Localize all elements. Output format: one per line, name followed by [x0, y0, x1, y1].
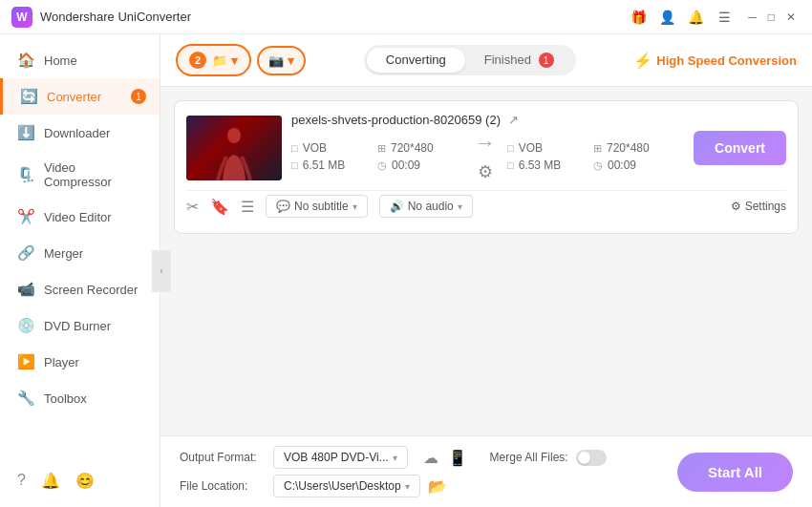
- tab-converting[interactable]: Converting: [367, 48, 465, 74]
- target-specs-2: ⊞ 720*480 ◷ 00:09: [593, 141, 679, 172]
- subtitle-icon: 💬: [276, 200, 290, 213]
- source-size: 6.51 MB: [303, 158, 346, 172]
- cloud-icon[interactable]: ☁: [423, 449, 438, 467]
- tab-finished[interactable]: Finished 1: [465, 48, 573, 74]
- source-duration-item: ◷ 00:09: [377, 158, 463, 172]
- output-format-row: Output Format: VOB 480P DVD-Vi... ▾ ☁ 📱 …: [180, 446, 662, 469]
- sidebar-item-merger[interactable]: 🔗 Merger: [0, 235, 160, 271]
- file-name-row: pexels-shvets-production-8020659 (2) ↗: [291, 113, 684, 127]
- target-resolution: 720*480: [607, 141, 650, 155]
- cut-icon[interactable]: ✂: [186, 198, 199, 216]
- merge-label: Merge All Files:: [490, 451, 568, 464]
- device-icon[interactable]: 📱: [448, 449, 467, 467]
- list-icon[interactable]: ☰: [241, 198, 254, 216]
- sidebar-item-home[interactable]: 🏠 Home: [0, 42, 160, 78]
- target-format: VOB: [519, 141, 543, 155]
- bookmark-icon[interactable]: 🔖: [210, 198, 229, 216]
- source-format: VOB: [303, 141, 327, 155]
- output-format-value: VOB 480P DVD-Vi...: [284, 451, 389, 464]
- merger-icon: 🔗: [17, 244, 34, 262]
- file-info: pexels-shvets-production-8020659 (2) ↗ □…: [291, 113, 684, 182]
- target-duration-item: ◷ 00:09: [593, 158, 679, 172]
- file-thumbnail: [186, 116, 282, 180]
- target-size: 6.53 MB: [519, 158, 562, 172]
- start-all-button[interactable]: Start All: [677, 453, 793, 492]
- titlebar-right: 🎁 👤 🔔 ☰ ─ □ ✕: [630, 9, 801, 26]
- titlebar-left: W Wondershare UniConverter: [11, 7, 191, 28]
- help-icon[interactable]: ?: [17, 472, 26, 490]
- bell-icon[interactable]: 🔔: [688, 10, 703, 25]
- subtitle-select[interactable]: 💬 No subtitle ▾: [266, 195, 368, 218]
- target-format-item: □ VOB: [507, 141, 593, 155]
- add-screenshot-button[interactable]: 📷 ▾: [257, 46, 306, 75]
- sidebar-label-recorder: Screen Recorder: [44, 283, 138, 297]
- target-duration: 00:09: [608, 158, 636, 172]
- minimize-button[interactable]: ─: [743, 9, 761, 26]
- sidebar-item-dvd-burner[interactable]: 💿 DVD Burner: [0, 307, 160, 344]
- toolbar-tabs: Converting Finished 1: [364, 45, 576, 76]
- format-icon: □: [291, 142, 298, 154]
- sidebar-item-screen-recorder[interactable]: 📹 Screen Recorder: [0, 271, 160, 307]
- high-speed-button[interactable]: ⚡ High Speed Conversion: [633, 52, 797, 70]
- sidebar-label-converter: Converter: [47, 90, 101, 104]
- sidebar-item-converter[interactable]: 🔄 Converter 1: [0, 78, 160, 115]
- sidebar-collapse-button[interactable]: ‹: [152, 250, 171, 292]
- sidebar-item-player[interactable]: ▶️ Player: [0, 344, 160, 380]
- bottom-bar: Output Format: VOB 480P DVD-Vi... ▾ ☁ 📱 …: [160, 435, 812, 507]
- thumbnail-image: [186, 116, 282, 180]
- target-duration-icon: ◷: [593, 159, 603, 172]
- file-name: pexels-shvets-production-8020659 (2): [291, 113, 501, 127]
- add-files-label: ▾: [231, 53, 238, 68]
- source-size-item: □ 6.51 MB: [291, 158, 377, 172]
- feedback-icon[interactable]: 😊: [75, 472, 95, 490]
- merge-row: Merge All Files:: [490, 450, 607, 466]
- file-location-select[interactable]: C:\Users\User\Desktop ▾: [273, 475, 420, 497]
- location-caret: ▾: [405, 481, 410, 492]
- user-icon[interactable]: 👤: [659, 10, 674, 25]
- convert-button[interactable]: Convert: [694, 131, 786, 165]
- sidebar-label-compressor: Video Compressor: [44, 160, 142, 189]
- add-files-icon: 📁: [212, 53, 227, 68]
- dvd-icon: 💿: [17, 317, 34, 334]
- file-actions: ✂ 🔖 ☰ 💬 No subtitle ▾ 🔊 No audio ▾ ⚙: [186, 190, 786, 222]
- target-resolution-icon: ⊞: [593, 142, 602, 155]
- arrow-right-icon: →: [475, 131, 496, 156]
- sidebar-item-toolbox[interactable]: 🔧 Toolbox: [0, 380, 160, 416]
- output-format-label: Output Format:: [180, 451, 266, 464]
- toolbar: 2 📁 ▾ 📷 ▾ Converting Finished 1: [160, 34, 812, 87]
- audio-label: No audio: [408, 200, 454, 213]
- high-speed-label: High Speed Conversion: [656, 53, 797, 68]
- audio-select[interactable]: 🔊 No audio ▾: [379, 195, 473, 218]
- maximize-button[interactable]: □: [763, 9, 780, 26]
- resolution-icon: ⊞: [377, 142, 386, 155]
- sidebar-item-video-editor[interactable]: ✂️ Video Editor: [0, 199, 160, 235]
- add-files-button[interactable]: 2 📁 ▾: [176, 44, 251, 76]
- output-format-select[interactable]: VOB 480P DVD-Vi... ▾: [273, 446, 408, 469]
- titlebar-icons: 🎁 👤 🔔 ☰: [630, 10, 732, 25]
- add-badge: 2: [189, 52, 206, 69]
- sidebar-item-video-compressor[interactable]: 🗜️ Video Compressor: [0, 151, 160, 199]
- format-caret: ▾: [393, 453, 397, 463]
- menu-icon[interactable]: ☰: [716, 10, 732, 25]
- gift-icon[interactable]: 🎁: [630, 10, 646, 25]
- sidebar: 🏠 Home 🔄 Converter 1 ⬇️ Downloader 🗜️ Vi…: [0, 34, 160, 507]
- screenshot-caret: ▾: [288, 53, 294, 68]
- settings-gear-icon[interactable]: ⚙: [478, 161, 493, 182]
- sidebar-label-toolbox: Toolbox: [44, 391, 87, 406]
- open-file-icon[interactable]: ↗: [508, 113, 519, 127]
- sidebar-bottom: ? 🔔 😊: [0, 462, 160, 499]
- sidebar-label-merger: Merger: [44, 246, 83, 261]
- settings-icon: ⚙: [731, 200, 741, 213]
- target-size-icon: □: [507, 159, 514, 171]
- sidebar-item-downloader[interactable]: ⬇️ Downloader: [0, 115, 160, 151]
- file-row-main: pexels-shvets-production-8020659 (2) ↗ □…: [186, 113, 786, 182]
- notification-icon[interactable]: 🔔: [41, 472, 60, 490]
- folder-browse-icon[interactable]: 📂: [428, 477, 447, 496]
- settings-label-btn[interactable]: ⚙ Settings: [731, 200, 786, 213]
- svg-point-0: [227, 128, 241, 143]
- source-specs-2: ⊞ 720*480 ◷ 00:09: [377, 141, 463, 172]
- content-area: 2 📁 ▾ 📷 ▾ Converting Finished 1: [160, 34, 812, 507]
- editor-icon: ✂️: [17, 208, 34, 225]
- merge-toggle[interactable]: [576, 450, 607, 466]
- close-button[interactable]: ✕: [781, 9, 801, 26]
